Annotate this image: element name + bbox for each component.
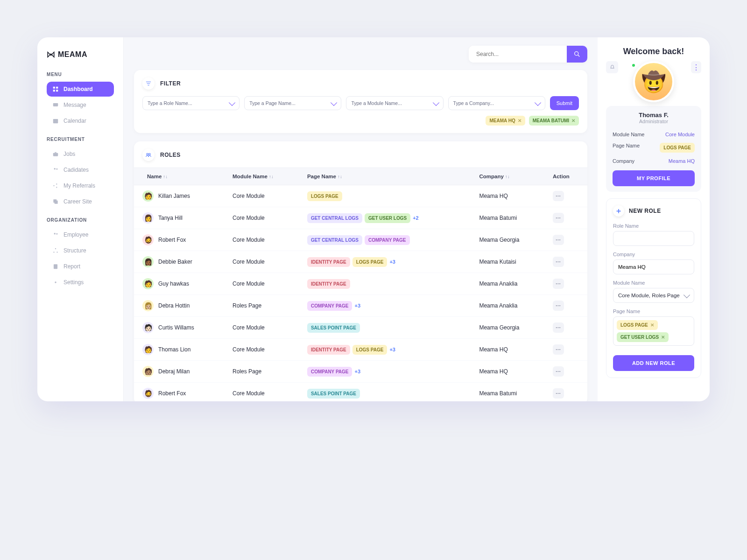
sidebar-item-label: My Referrals — [63, 182, 95, 189]
search-wrap — [469, 46, 587, 63]
close-icon[interactable]: ✕ — [518, 118, 521, 123]
table-row: 🧑Thomas LionCore ModuleIDENTITY PAGELOGS… — [134, 339, 587, 361]
table-row: 🧑🏽Debraj MilanRoles PageCOMPANY PAGE+3Me… — [134, 361, 587, 383]
close-icon[interactable]: ✕ — [650, 322, 654, 328]
row-module: Core Module — [226, 273, 301, 295]
page-name-chips[interactable]: LOGS PAGE✕GET USER LOGS✕ — [613, 316, 694, 346]
page-chip: COMPANY PAGE — [365, 235, 410, 245]
profile-menu-button[interactable]: ⋮ — [691, 61, 701, 73]
sort-icon: ↑↓ — [338, 174, 342, 179]
more-pages[interactable]: +3 — [354, 369, 360, 374]
avatar: 👩🏼 — [142, 300, 154, 311]
row-company: Meama Anaklia — [472, 273, 546, 295]
row-module: Core Module — [226, 251, 301, 273]
row-action-button[interactable]: ··· — [553, 257, 564, 267]
chevron-down-icon — [535, 99, 541, 105]
sidebar-item-report[interactable]: Report — [47, 259, 114, 274]
sidebar-item-structure[interactable]: Structure — [47, 243, 114, 258]
page-chip: GET CENTRAL LOGS — [307, 235, 362, 245]
more-pages[interactable]: +2 — [413, 215, 419, 221]
filter-role-combo[interactable]: Type a Role Name... — [142, 96, 240, 110]
svg-rect-0 — [53, 87, 55, 89]
avatar: 🧑 — [142, 278, 154, 289]
table-row: 👩🏾Debbie BakerCore ModuleIDENTITY PAGELO… — [134, 251, 587, 273]
svg-rect-5 — [53, 119, 58, 123]
svg-line-23 — [578, 55, 579, 56]
brand-logo: MEAMA — [47, 50, 114, 59]
row-action-button[interactable]: ··· — [553, 279, 564, 289]
row-action-button[interactable]: ··· — [553, 388, 564, 399]
row-module: Core Module — [226, 339, 301, 361]
col-module[interactable]: Module Name↑↓ — [226, 168, 301, 185]
sidebar-item-calendar[interactable]: Calendar — [47, 113, 114, 128]
col-page[interactable]: Page Name↑↓ — [301, 168, 473, 185]
sidebar-item-label: Cadidates — [63, 167, 89, 173]
svg-point-16 — [56, 233, 57, 235]
col-company[interactable]: Company↑↓ — [472, 168, 546, 185]
roles-icon — [142, 149, 155, 161]
sidebar-item-label: Career Site — [63, 198, 92, 205]
more-pages[interactable]: +3 — [354, 303, 360, 308]
filter-page-combo[interactable]: Type a Page Name... — [244, 96, 341, 110]
module-name-select[interactable]: Core Module, Roles Page — [613, 288, 694, 303]
col-name[interactable]: Name↑↓ — [134, 168, 226, 185]
search-button[interactable] — [567, 46, 587, 63]
svg-rect-4 — [53, 103, 58, 106]
add-new-role-button[interactable]: ADD NEW ROLE — [613, 355, 694, 371]
sidebar-item-jobs[interactable]: Jobs — [47, 147, 114, 161]
profile-page-chip: LOGS PAGE — [660, 143, 695, 153]
page-chip[interactable]: GET USER LOGS✕ — [617, 332, 669, 342]
svg-rect-2 — [53, 90, 55, 91]
row-action-button[interactable]: ··· — [553, 301, 564, 311]
filter-chip[interactable]: MEAMA BATUMI✕ — [529, 116, 579, 126]
sidebar: MEAMA MENUDashboardMessageCalendarRECRUI… — [37, 37, 124, 401]
filter-chip[interactable]: MEAMA HQ✕ — [486, 116, 525, 126]
module-name-label: Module Name — [613, 280, 694, 286]
sidebar-item-message[interactable]: Message — [47, 98, 114, 112]
sidebar-item-label: Calendar — [63, 118, 86, 124]
user-avatar[interactable]: 🤠 — [633, 61, 674, 102]
sidebar-item-cadidates[interactable]: Cadidates — [47, 162, 114, 177]
sidebar-item-label: Employee — [63, 231, 88, 238]
sidebar-item-settings[interactable]: Settings — [47, 275, 114, 290]
svg-rect-1 — [56, 87, 58, 89]
svg-point-21 — [55, 281, 56, 283]
more-pages[interactable]: +3 — [389, 347, 395, 352]
row-name: Tanya Hill — [158, 215, 183, 221]
sidebar-item-my-referrals[interactable]: My Referrals — [47, 178, 114, 193]
filter-module-combo[interactable]: Type a Module Name... — [346, 96, 443, 110]
table-row: 🧑Guy hawkasCore ModuleIDENTITY PAGEMeama… — [134, 273, 587, 295]
avatar: 🧔 — [142, 388, 154, 399]
row-name: Killan James — [158, 193, 190, 199]
svg-point-22 — [575, 52, 578, 56]
close-icon[interactable]: ✕ — [571, 118, 575, 123]
more-pages[interactable]: +3 — [389, 259, 395, 265]
row-action-button[interactable]: ··· — [553, 344, 564, 355]
my-profile-button[interactable]: MY PROFILE — [613, 170, 695, 186]
row-action-button[interactable]: ··· — [553, 235, 564, 245]
search-input[interactable] — [469, 46, 567, 63]
row-action-button[interactable]: ··· — [553, 213, 564, 223]
sidebar-item-career-site[interactable]: Career Site — [47, 194, 114, 209]
notifications-button[interactable] — [606, 61, 618, 73]
new-role-title: NEW ROLE — [629, 208, 661, 214]
sort-icon: ↑↓ — [269, 174, 274, 179]
role-name-input[interactable] — [613, 231, 694, 246]
welcome-title: Welcome back! — [606, 47, 701, 56]
page-chip: LOGS PAGE — [307, 191, 342, 201]
sidebar-item-dashboard[interactable]: Dashboard — [47, 82, 114, 97]
row-action-button[interactable]: ··· — [553, 191, 564, 201]
close-icon[interactable]: ✕ — [661, 335, 665, 340]
page-chip: IDENTITY PAGE — [307, 257, 350, 267]
svg-point-24 — [147, 154, 148, 155]
sidebar-item-employee[interactable]: Employee — [47, 227, 114, 242]
filter-submit-button[interactable]: Submit — [550, 96, 579, 110]
row-action-button[interactable]: ··· — [553, 366, 564, 377]
row-action-button[interactable]: ··· — [553, 322, 564, 333]
page-chip[interactable]: LOGS PAGE✕ — [617, 320, 658, 330]
row-company: Meama Batumi — [472, 207, 546, 229]
row-module: Core Module — [226, 207, 301, 229]
col-action: Action — [546, 168, 587, 185]
filter-company-combo[interactable]: Type a Company... — [448, 96, 545, 110]
company-input[interactable] — [613, 259, 694, 274]
